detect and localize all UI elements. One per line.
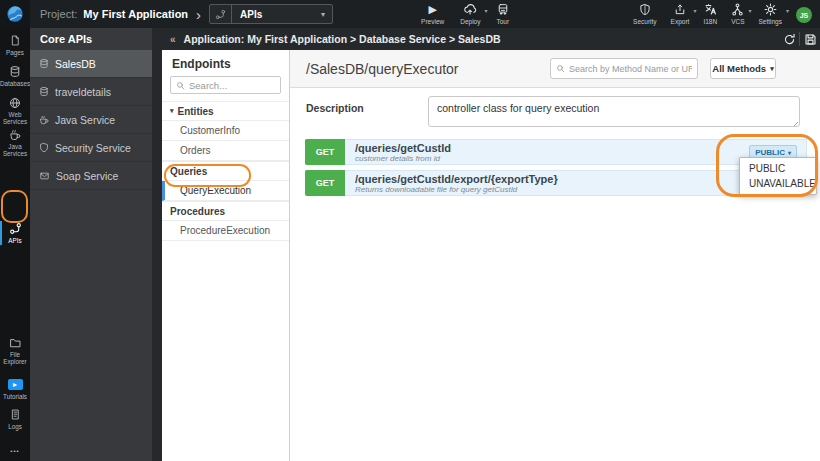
shield-icon — [639, 3, 651, 16]
sidebar-item-web-services[interactable]: Web Services — [0, 96, 30, 125]
play-glyph: ▸ — [13, 381, 17, 389]
preview-button[interactable]: ▶ Preview — [421, 3, 444, 25]
access-option-public[interactable]: PUBLIC — [740, 161, 816, 176]
service-item-security-service[interactable]: Security Service — [30, 134, 152, 162]
preview-label: Preview — [421, 18, 444, 25]
service-item-label: Security Service — [55, 142, 131, 154]
page-title: /SalesDB/queryExecutor — [306, 61, 459, 77]
module-selector-value: APIs — [240, 9, 262, 20]
wavemaker-logo-icon — [6, 5, 24, 23]
core-apis-title: Core APIs — [30, 28, 152, 50]
endpoints-group-queries[interactable]: Queries — [162, 161, 289, 181]
cloud-upload-icon — [463, 3, 477, 16]
soap-icon — [39, 171, 50, 181]
service-item-java-service[interactable]: Java Service — [30, 106, 152, 134]
sidebar-item-label: Databases — [0, 80, 30, 87]
settings-button[interactable]: ▾ Settings — [759, 3, 783, 25]
coffee-icon — [9, 128, 21, 141]
shield-icon — [39, 142, 49, 153]
chevron-down-icon: ▾ — [484, 7, 487, 14]
endpoint-item-customerinfo[interactable]: CustomerInfo — [162, 121, 289, 141]
api-icon — [210, 5, 232, 23]
brand-logo[interactable] — [0, 0, 30, 28]
group-label: Queries — [170, 166, 207, 177]
database-icon — [39, 86, 49, 97]
endpoint-item-orders[interactable]: Orders — [162, 141, 289, 161]
deploy-button[interactable]: ▾ Deploy — [460, 3, 480, 25]
method-search[interactable] — [550, 58, 698, 79]
export-button[interactable]: ▾ Export — [671, 3, 690, 25]
api-endpoint-row[interactable]: GET /queries/getCustId customer details … — [305, 139, 807, 165]
endpoint-item-label: Orders — [180, 145, 211, 156]
endpoints-panel: Endpoints ▾ Entities CustomerInfo Orders… — [162, 50, 290, 461]
coffee-icon — [39, 115, 49, 125]
endpoint-item-label: CustomerInfo — [180, 125, 240, 136]
endpoint-item-procedureexecution[interactable]: ProcedureExecution — [162, 221, 289, 241]
deploy-label: Deploy — [460, 18, 480, 25]
project-breadcrumb: Project: My First Application — [40, 8, 188, 20]
method-search-input[interactable] — [569, 64, 692, 74]
chevron-down-icon: ▾ — [321, 10, 325, 19]
sidebar-item-label: Tutorials — [3, 393, 27, 400]
vcs-button[interactable]: ▾ VCS — [731, 3, 744, 25]
settings-label: Settings — [759, 18, 783, 25]
service-item-label: Java Service — [55, 114, 115, 126]
logs-icon — [10, 408, 21, 421]
endpoints-search-input[interactable] — [189, 80, 275, 91]
branch-icon — [731, 3, 744, 16]
refresh-icon — [783, 33, 796, 46]
endpoints-search[interactable] — [170, 76, 281, 94]
chevron-down-icon: ▾ — [693, 7, 696, 14]
sidebar-item-label: Logs — [8, 423, 22, 430]
description-field[interactable]: controller class for query execution — [428, 96, 800, 127]
tour-button[interactable]: Tour — [496, 3, 509, 25]
main-header: /SalesDB/queryExecutor All Methods ▾ — [290, 50, 820, 88]
endpoints-group-entities[interactable]: ▾ Entities — [162, 101, 289, 121]
toolbar-tools: Security ▾ Export I18N ▾ VCS — [633, 3, 812, 25]
sidebar-item-file-explorer[interactable]: File Explorer — [0, 336, 30, 365]
module-selector-dropdown[interactable]: APIs ▾ — [209, 4, 333, 24]
sidebar-item-pages[interactable]: Pages — [0, 34, 30, 56]
collapse-panel-icon[interactable]: « — [170, 34, 176, 45]
rail-overflow-button[interactable]: ••• — [0, 448, 30, 454]
description-label: Description — [306, 102, 364, 114]
search-icon — [176, 81, 185, 90]
breadcrumb-actions — [779, 28, 820, 50]
security-label: Security — [633, 18, 656, 25]
endpoint-item-label: QueryExecution — [180, 185, 251, 196]
access-dropdown-menu: PUBLIC UNAVAILABLE — [739, 157, 817, 195]
sidebar-item-apis[interactable]: APIs — [0, 222, 30, 244]
top-toolbar: Project: My First Application › APIs ▾ ▶… — [0, 0, 820, 28]
caret-down-icon: ▾ — [788, 149, 791, 156]
api-endpoint-row[interactable]: GET /queries/getCustId/export/{exportTyp… — [305, 170, 807, 196]
endpoints-group-procedures[interactable]: Procedures — [162, 201, 289, 221]
i18n-button[interactable]: I18N — [703, 3, 717, 25]
endpoint-path: /queries/getCustId — [355, 142, 451, 154]
sidebar-item-label: File Explorer — [0, 351, 30, 365]
panel-divider — [152, 28, 162, 461]
refresh-button[interactable] — [779, 28, 799, 50]
endpoint-summary: customer details from id — [355, 154, 451, 163]
api-icon — [9, 222, 22, 235]
sidebar-item-databases[interactable]: Databases — [0, 65, 30, 87]
access-value: PUBLIC — [755, 148, 785, 157]
chevron-down-icon: ▾ — [786, 7, 789, 14]
service-item-salesdb[interactable]: SalesDB — [30, 50, 152, 78]
endpoint-summary: Returns downloadable file for query getC… — [355, 185, 558, 194]
sidebar-item-tutorials[interactable]: ▸ Tutorials — [0, 378, 30, 400]
service-item-soap-service[interactable]: Soap Service — [30, 162, 152, 190]
save-button[interactable] — [800, 28, 820, 50]
endpoint-item-queryexecution[interactable]: QueryExecution — [162, 181, 289, 201]
all-methods-filter[interactable]: All Methods ▾ — [710, 58, 776, 79]
breadcrumb-bar: « Application: My First Application > Da… — [162, 28, 820, 50]
sidebar-item-logs[interactable]: Logs — [0, 408, 30, 430]
endpoints-title: Endpoints — [162, 50, 289, 76]
breadcrumb: Application: My First Application > Data… — [184, 33, 501, 45]
database-icon — [39, 58, 49, 69]
access-option-unavailable[interactable]: UNAVAILABLE — [740, 176, 816, 191]
export-label: Export — [671, 18, 690, 25]
sidebar-item-java-services[interactable]: Java Services — [0, 128, 30, 157]
service-item-traveldetails[interactable]: traveldetails — [30, 78, 152, 106]
user-avatar[interactable]: JS — [796, 7, 812, 23]
security-button[interactable]: Security — [633, 3, 656, 25]
